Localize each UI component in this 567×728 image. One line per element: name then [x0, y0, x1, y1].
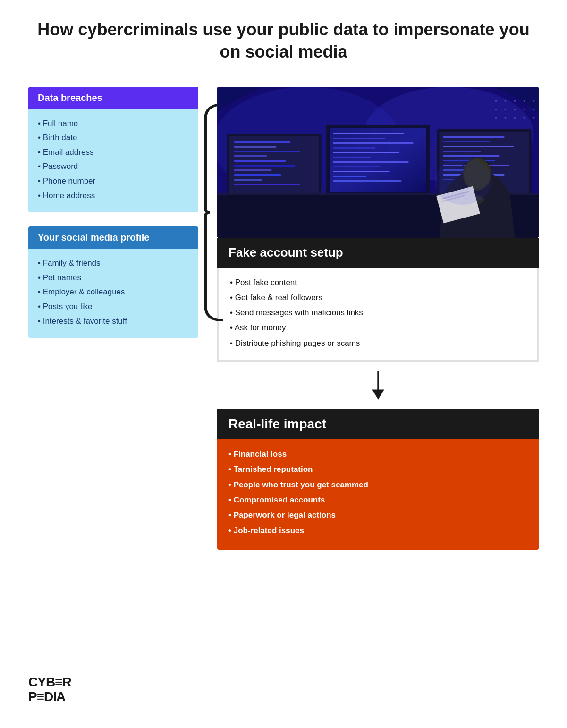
svg-rect-16	[234, 174, 281, 176]
svg-point-55	[435, 158, 491, 205]
social-media-header: Your social media profile	[28, 226, 198, 249]
svg-rect-28	[333, 161, 409, 163]
list-item: • Pet names	[38, 271, 189, 285]
social-media-list: • Family & friends • Pet names • Employe…	[28, 249, 198, 338]
list-item: • Family & friends	[38, 256, 189, 271]
svg-rect-25	[333, 147, 376, 149]
svg-point-59	[524, 100, 525, 102]
list-item: • Ask for money	[230, 320, 526, 335]
svg-rect-13	[234, 160, 286, 162]
svg-point-65	[533, 109, 535, 110]
svg-rect-26	[333, 152, 399, 153]
svg-point-56	[495, 100, 497, 102]
svg-rect-9	[234, 141, 291, 143]
list-item: • Interests & favorite stuff	[38, 314, 189, 329]
hacker-image	[217, 87, 539, 238]
svg-rect-10	[234, 146, 277, 148]
svg-rect-35	[443, 136, 505, 138]
svg-rect-14	[234, 165, 296, 167]
real-life-header: Real-life impact	[217, 409, 539, 439]
arrow-down-container	[217, 362, 539, 409]
page-title: How cybercriminals use your public data …	[28, 19, 539, 63]
svg-rect-30	[333, 171, 390, 172]
list-item: • Birth date	[38, 131, 189, 145]
svg-point-67	[505, 117, 507, 119]
svg-rect-23	[333, 138, 385, 139]
real-life-section: Real-life impact • Financial loss • Tarn…	[217, 409, 539, 550]
svg-point-66	[495, 117, 497, 119]
list-item: • People who trust you get scammed	[228, 477, 527, 493]
list-item: • Employer & colleagues	[38, 285, 189, 300]
content-layout: Data breaches • Full name • Birth date •…	[28, 87, 539, 550]
list-item: • Send messages with malicious links	[230, 305, 526, 320]
svg-point-61	[495, 109, 497, 110]
list-item: • Password	[38, 159, 189, 174]
list-item: • Distribute phishing pages or scams	[230, 336, 526, 351]
svg-rect-12	[234, 155, 267, 157]
svg-rect-18	[234, 184, 300, 185]
list-item: • Posts you like	[38, 300, 189, 314]
svg-marker-72	[372, 390, 384, 400]
svg-rect-32	[333, 180, 402, 182]
svg-point-58	[514, 100, 516, 102]
svg-rect-27	[333, 157, 371, 158]
svg-rect-36	[443, 141, 491, 142]
svg-rect-17	[234, 179, 262, 181]
svg-rect-15	[234, 169, 272, 171]
svg-point-69	[524, 117, 525, 119]
svg-rect-11	[234, 151, 300, 152]
right-column: Fake account setup • Post fake content •…	[217, 87, 539, 550]
list-item: • Financial loss	[228, 447, 527, 462]
list-item: • Home address	[38, 189, 189, 203]
svg-rect-39	[443, 155, 500, 157]
left-column: Data breaches • Full name • Birth date •…	[28, 87, 198, 338]
svg-point-64	[524, 109, 525, 110]
list-item: • Tarnished reputation	[228, 462, 527, 477]
logo: CYB≡R P≡DIA	[28, 675, 71, 704]
svg-point-62	[505, 109, 507, 110]
list-item: • Job-related issues	[228, 523, 527, 538]
data-breaches-header: Data breaches	[28, 87, 198, 109]
list-item: • Paperwork or legal actions	[228, 508, 527, 523]
svg-rect-22	[333, 133, 404, 134]
svg-point-57	[505, 100, 507, 102]
logo-line1: CYB≡R	[28, 675, 71, 690]
svg-rect-24	[333, 142, 414, 144]
list-item: • Email address	[38, 145, 189, 160]
svg-rect-29	[333, 166, 381, 167]
list-item: • Compromised accounts	[228, 493, 527, 508]
logo-line2: P≡DIA	[28, 690, 71, 704]
social-media-box: Your social media profile • Family & fri…	[28, 226, 198, 338]
list-item: • Get fake & real followers	[230, 290, 526, 305]
data-breaches-list: • Full name • Birth date • Email address…	[28, 109, 198, 213]
svg-rect-38	[443, 151, 481, 152]
fake-account-header: Fake account setup	[217, 238, 539, 268]
data-breaches-box: Data breaches • Full name • Birth date •…	[28, 87, 198, 213]
svg-point-60	[533, 100, 535, 102]
svg-rect-37	[443, 146, 514, 147]
svg-rect-31	[333, 176, 366, 177]
logo-text: CYB≡R P≡DIA	[28, 675, 71, 704]
svg-point-63	[514, 109, 516, 110]
svg-point-70	[533, 117, 535, 119]
svg-point-68	[514, 117, 516, 119]
fake-account-section: Fake account setup • Post fake content •…	[217, 238, 539, 362]
list-item: • Phone number	[38, 174, 189, 189]
list-item: • Full name	[38, 117, 189, 131]
list-item: • Post fake content	[230, 275, 526, 290]
fake-account-list: • Post fake content • Get fake & real fo…	[217, 268, 539, 362]
real-life-list: • Financial loss • Tarnished reputation …	[217, 439, 539, 550]
